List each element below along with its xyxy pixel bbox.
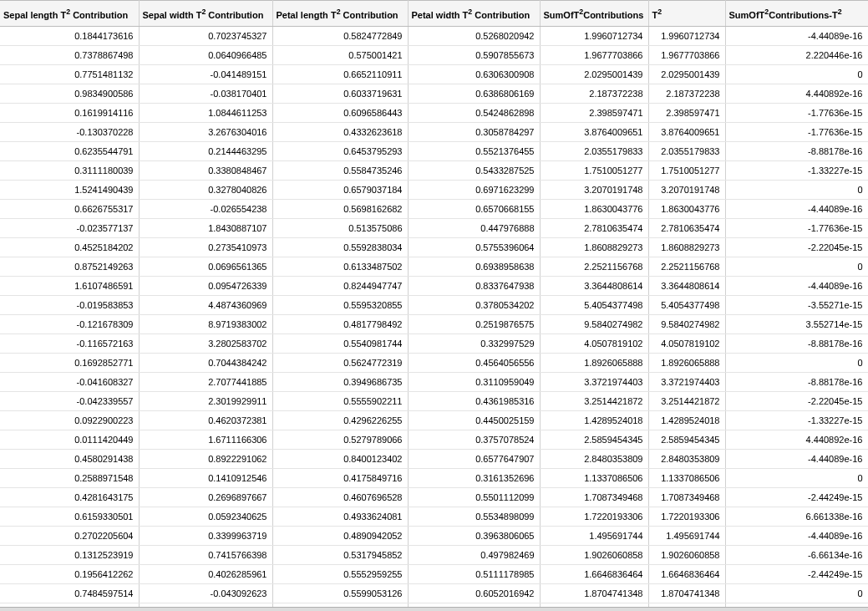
- cell[interactable]: 0.8337647938: [408, 276, 540, 295]
- cell[interactable]: 0: [725, 64, 868, 84]
- cell[interactable]: -2.22045e-15: [725, 237, 868, 257]
- cell[interactable]: 1.1337086506: [540, 468, 648, 487]
- cell[interactable]: -4.44089e-16: [725, 526, 868, 545]
- cell[interactable]: 0.3058784297: [408, 122, 540, 141]
- cell[interactable]: 0.5555902211: [272, 391, 408, 410]
- cell[interactable]: 1.495691744: [540, 526, 648, 545]
- cell[interactable]: 0.1692852771: [0, 353, 139, 372]
- cell[interactable]: -1.77636e-15: [725, 122, 868, 141]
- cell[interactable]: 3.2070191748: [648, 180, 725, 199]
- column-header-2[interactable]: Petal length T2 Contribution: [272, 1, 408, 27]
- cell[interactable]: 1.4289524018: [540, 410, 648, 430]
- cell[interactable]: -1.33227e-15: [725, 160, 868, 180]
- cell[interactable]: 1.6107486591: [0, 276, 139, 295]
- cell[interactable]: 0.6235544791: [0, 141, 139, 160]
- cell[interactable]: 0: [725, 583, 868, 603]
- cell[interactable]: 0.6306300908: [408, 64, 540, 84]
- cell[interactable]: 0.1312523919: [0, 545, 139, 564]
- cell[interactable]: 1.9677703866: [648, 45, 725, 64]
- cell[interactable]: -1.77636e-15: [725, 218, 868, 237]
- cell[interactable]: 0.4620372381: [139, 410, 272, 430]
- cell[interactable]: 0.5521376455: [408, 141, 540, 160]
- cell[interactable]: 4.440892e-16: [725, 84, 868, 103]
- cell[interactable]: 0.6938958638: [408, 257, 540, 276]
- cell[interactable]: 0.2588971548: [0, 468, 139, 487]
- cell[interactable]: 0.4450025159: [408, 410, 540, 430]
- cell[interactable]: 0.6579037184: [272, 180, 408, 199]
- cell[interactable]: 1.8926065888: [648, 353, 725, 372]
- table-row[interactable]: 0.73788674980.06409664850.5750014210.590…: [0, 45, 868, 64]
- cell[interactable]: 0.8922291062: [139, 449, 272, 468]
- cell[interactable]: 2.8480353809: [648, 449, 725, 468]
- cell[interactable]: 0.4890942052: [272, 526, 408, 545]
- cell[interactable]: -3.55271e-15: [725, 295, 868, 314]
- cell[interactable]: 0.5534898099: [408, 507, 540, 526]
- cell[interactable]: -0.116572163: [0, 334, 139, 353]
- table-row[interactable]: 0.25889715480.14109125460.41758497160.31…: [0, 468, 868, 487]
- cell[interactable]: -8.88178e-16: [725, 372, 868, 391]
- column-header-4[interactable]: SumOfT2Contributions: [540, 1, 648, 27]
- cell[interactable]: 0.7044384242: [139, 353, 272, 372]
- table-row[interactable]: 0.13125239190.74157663980.53179458520.49…: [0, 545, 868, 564]
- cell[interactable]: 2.7810635474: [540, 218, 648, 237]
- table-row[interactable]: 0.19564122620.40262859610.55529592550.51…: [0, 564, 868, 583]
- cell[interactable]: -0.130370228: [0, 122, 139, 141]
- cell[interactable]: 0.5595320855: [272, 295, 408, 314]
- cell[interactable]: -2.44249e-15: [725, 487, 868, 507]
- cell[interactable]: 3.2070191748: [540, 180, 648, 199]
- cell[interactable]: 1.0844611253: [139, 103, 272, 122]
- cell[interactable]: 0.447976888: [408, 218, 540, 237]
- cell[interactable]: 0.2144463295: [139, 141, 272, 160]
- cell[interactable]: -0.041489151: [139, 64, 272, 84]
- table-row[interactable]: 0.18441736160.70237453270.58247728490.52…: [0, 26, 868, 45]
- cell[interactable]: 1.9960712734: [648, 26, 725, 45]
- cell[interactable]: 0.4933624081: [272, 507, 408, 526]
- cell[interactable]: 0.9834900586: [0, 84, 139, 103]
- cell[interactable]: 1.6711166306: [139, 430, 272, 449]
- cell[interactable]: 1.8630043776: [540, 199, 648, 218]
- cell[interactable]: 2.2521156768: [540, 257, 648, 276]
- cell[interactable]: -8.88178e-16: [725, 141, 868, 160]
- table-row[interactable]: 0.16928527710.70443842420.56247723190.45…: [0, 353, 868, 372]
- cell[interactable]: 0.3380848467: [139, 160, 272, 180]
- cell[interactable]: 0.1619914116: [0, 103, 139, 122]
- cell[interactable]: 2.0355179833: [540, 141, 648, 160]
- cell[interactable]: 2.5859454345: [648, 430, 725, 449]
- cell[interactable]: 0.6453795293: [272, 141, 408, 160]
- cell[interactable]: 0.332997529: [408, 334, 540, 353]
- cell[interactable]: 0.3757078524: [408, 430, 540, 449]
- cell[interactable]: 0.5501112099: [408, 487, 540, 507]
- cell[interactable]: 1.8608829273: [540, 237, 648, 257]
- table-row[interactable]: 0.62355447910.21444632950.64537952930.55…: [0, 141, 868, 160]
- cell[interactable]: 0.5317945852: [272, 545, 408, 564]
- cell[interactable]: -6.66134e-16: [725, 545, 868, 564]
- cell[interactable]: 2.7810635474: [648, 218, 725, 237]
- cell[interactable]: 0.5433287525: [408, 160, 540, 180]
- cell[interactable]: 4.0507819102: [648, 334, 725, 353]
- cell[interactable]: 4.4874360969: [139, 295, 272, 314]
- cell[interactable]: 0.497982469: [408, 545, 540, 564]
- cell[interactable]: 1.8704741348: [540, 583, 648, 603]
- cell[interactable]: 0.0640966485: [139, 45, 272, 64]
- cell[interactable]: 0.6386806169: [408, 84, 540, 103]
- cell[interactable]: 1.9677703866: [540, 45, 648, 64]
- cell[interactable]: 3.2514421872: [648, 391, 725, 410]
- cell[interactable]: 0.7415766398: [139, 545, 272, 564]
- cell[interactable]: 2.187372238: [540, 84, 648, 103]
- cell[interactable]: 0.7378867498: [0, 45, 139, 64]
- cell[interactable]: 6.661338e-16: [725, 507, 868, 526]
- cell[interactable]: 0.6096586443: [272, 103, 408, 122]
- cell[interactable]: 1.9026060858: [540, 545, 648, 564]
- table-row[interactable]: 0.61593305010.05923406250.49336240810.55…: [0, 507, 868, 526]
- cell[interactable]: 2.0355179833: [648, 141, 725, 160]
- cell[interactable]: 0.4175849716: [272, 468, 408, 487]
- table-row[interactable]: 0.45251842020.27354109730.55928380340.57…: [0, 237, 868, 257]
- cell[interactable]: 1.495691744: [648, 526, 725, 545]
- cell[interactable]: 0.6626755317: [0, 199, 139, 218]
- cell[interactable]: -4.44089e-16: [725, 199, 868, 218]
- column-header-1[interactable]: Sepal width T2 Contribution: [139, 1, 272, 27]
- cell[interactable]: 1.7087349468: [648, 487, 725, 507]
- cell[interactable]: 0.6971623299: [408, 180, 540, 199]
- cell[interactable]: 4.440892e-16: [725, 430, 868, 449]
- cell[interactable]: 2.8480353809: [540, 449, 648, 468]
